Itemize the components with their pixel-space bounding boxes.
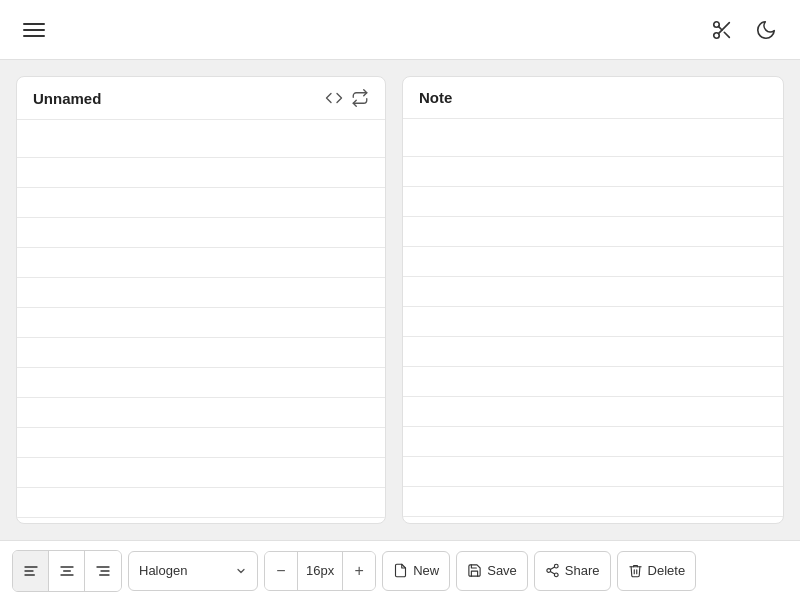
delete-button[interactable]: Delete [617,551,697,591]
line-row [403,427,783,457]
swap-button[interactable] [351,89,369,107]
line-row [403,277,783,307]
left-panel-body [17,120,385,524]
align-right-icon [95,563,111,579]
svg-line-4 [718,26,722,30]
line-row [403,187,783,217]
header [0,0,800,60]
line-row [403,337,783,367]
right-panel-title: Note [419,89,452,106]
align-center-icon [59,563,75,579]
align-left-button[interactable] [13,551,49,591]
line-row [17,458,385,488]
delete-label: Delete [648,563,686,578]
line-row [17,368,385,398]
line-row [403,397,783,427]
line-row [17,188,385,218]
line-row [17,128,385,158]
share-label: Share [565,563,600,578]
code-view-button[interactable] [325,89,343,107]
line-row [17,218,385,248]
svg-line-18 [550,567,554,569]
align-left-icon [23,563,39,579]
font-selector[interactable]: Halogen [128,551,258,591]
header-left [16,12,52,48]
share-button[interactable]: Share [534,551,611,591]
right-panel-body [403,119,783,524]
left-panel: Unnamed [16,76,386,524]
share-icon [545,563,560,578]
save-button[interactable]: Save [456,551,528,591]
right-panel: Note [402,76,784,524]
code-icon [325,89,343,107]
line-row [17,398,385,428]
main-content: Unnamed [0,60,800,540]
line-row [17,158,385,188]
line-row [403,457,783,487]
svg-line-17 [550,571,554,573]
left-panel-header: Unnamed [17,77,385,120]
swap-icon [351,89,369,107]
line-row [403,307,783,337]
new-label: New [413,563,439,578]
new-icon [393,563,408,578]
align-center-button[interactable] [49,551,85,591]
line-row [403,517,783,524]
left-panel-icons [325,89,369,107]
menu-button[interactable] [16,12,52,48]
right-panel-header: Note [403,77,783,119]
align-right-button[interactable] [85,551,121,591]
font-size-value: 16px [297,552,343,590]
line-row [17,488,385,518]
save-icon [467,563,482,578]
line-row [403,367,783,397]
delete-icon [628,563,643,578]
theme-icon [755,19,777,41]
line-row [17,338,385,368]
svg-line-3 [724,32,729,37]
chevron-down-icon [235,565,247,577]
decrease-font-size-button[interactable]: − [265,551,297,591]
font-size-group: − 16px + [264,551,376,591]
line-row [17,518,385,524]
new-button[interactable]: New [382,551,450,591]
alignment-group [12,550,122,592]
left-panel-title: Unnamed [33,90,101,107]
line-row [403,127,783,157]
line-row [403,247,783,277]
line-row [403,217,783,247]
line-row [17,248,385,278]
increase-font-size-button[interactable]: + [343,551,375,591]
line-row [403,487,783,517]
line-row [403,157,783,187]
font-name: Halogen [139,563,229,578]
save-label: Save [487,563,517,578]
theme-toggle-button[interactable] [748,12,784,48]
toolbar: Halogen − 16px + New Save [0,540,800,600]
edit-tools-button[interactable] [704,12,740,48]
line-row [17,308,385,338]
line-row [17,278,385,308]
hamburger-icon [23,23,45,37]
header-right [704,12,784,48]
edit-icon [711,19,733,41]
line-row [17,428,385,458]
